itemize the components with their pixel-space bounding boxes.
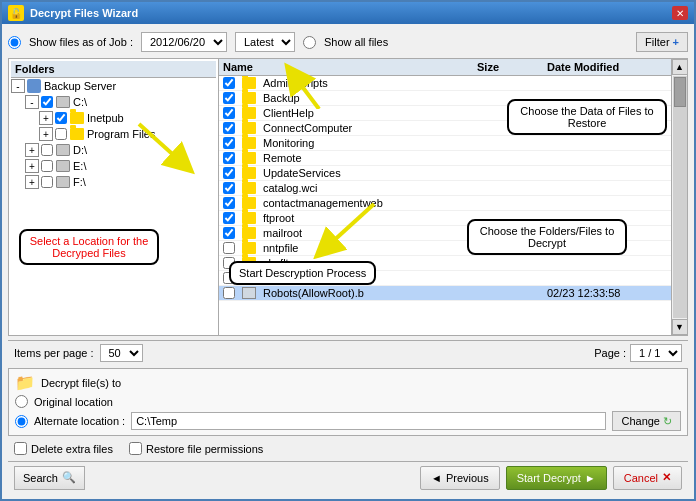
file-row-mailroot[interactable]: mailroot bbox=[219, 226, 671, 241]
cancel-button[interactable]: Cancel ✕ bbox=[613, 466, 682, 490]
checkbox-inetpub[interactable] bbox=[55, 112, 67, 124]
show-all-radio[interactable] bbox=[303, 36, 316, 49]
file-row-connectcomputer[interactable]: ConnectComputer bbox=[219, 121, 671, 136]
cb-wwwroot[interactable] bbox=[223, 272, 235, 284]
scroll-down-button[interactable]: ▼ bbox=[672, 319, 688, 335]
cb-updateservices[interactable] bbox=[223, 167, 235, 179]
cb-monitoring[interactable] bbox=[223, 137, 235, 149]
cb-backup[interactable] bbox=[223, 92, 235, 104]
file-row-wwwroot[interactable]: wwwroot bbox=[219, 271, 671, 286]
alternate-location-radio[interactable] bbox=[15, 415, 28, 428]
filter-label: Filter bbox=[645, 36, 669, 48]
scroll-up-button[interactable]: ▲ bbox=[672, 59, 688, 75]
folder-icon-clienthelp bbox=[242, 107, 256, 119]
checkbox-d[interactable] bbox=[41, 144, 53, 156]
folder-icon-inetpub bbox=[70, 112, 84, 124]
cb-adminscripts[interactable] bbox=[223, 77, 235, 89]
file-row-adminscripts[interactable]: AdminScripts bbox=[219, 76, 671, 91]
start-decrypt-button[interactable]: Start Decrypt ► bbox=[506, 466, 607, 490]
close-button[interactable]: ✕ bbox=[672, 6, 688, 20]
items-per-page-select[interactable]: 50 bbox=[100, 344, 143, 362]
delete-extra-checkbox[interactable] bbox=[14, 442, 27, 455]
expand-programfiles[interactable]: + bbox=[39, 127, 53, 141]
cb-contactmanagement[interactable] bbox=[223, 197, 235, 209]
filename-wwwroot: wwwroot bbox=[263, 272, 306, 284]
folder-icon-programfiles bbox=[70, 128, 84, 140]
tree-item-f[interactable]: + F:\ bbox=[11, 174, 216, 190]
cb-connectcomputer[interactable] bbox=[223, 122, 235, 134]
expand-d[interactable]: + bbox=[25, 143, 39, 157]
restore-perms-checkbox[interactable] bbox=[129, 442, 142, 455]
change-button[interactable]: Change ↻ bbox=[612, 411, 681, 431]
file-row-backup[interactable]: Backup bbox=[219, 91, 671, 106]
checkbox-c[interactable] bbox=[41, 96, 53, 108]
vertical-scrollbar[interactable]: ▲ ▼ bbox=[671, 59, 687, 335]
alternate-location-input[interactable] bbox=[131, 412, 606, 430]
bottom-bar: Search 🔍 ◄ Previous Start Decrypt ► Canc… bbox=[8, 461, 688, 493]
filename-monitoring: Monitoring bbox=[263, 137, 314, 149]
expand-inetpub[interactable]: + bbox=[39, 111, 53, 125]
tree-label-programfiles: Program Files bbox=[87, 128, 155, 140]
search-button[interactable]: Search 🔍 bbox=[14, 466, 85, 490]
version-select[interactable]: Latest bbox=[235, 32, 295, 52]
tree-item-inetpub[interactable]: + Inetpub bbox=[11, 110, 216, 126]
tree-label-inetpub: Inetpub bbox=[87, 112, 124, 124]
file-row-catalogwci[interactable]: catalog.wci bbox=[219, 181, 671, 196]
previous-button[interactable]: ◄ Previous bbox=[420, 466, 500, 490]
folder-icon-remote bbox=[242, 152, 256, 164]
scroll-thumb[interactable] bbox=[674, 77, 686, 107]
options-row: Delete extra files Restore file permissi… bbox=[8, 440, 688, 457]
file-row-contactmanagement[interactable]: contactmanagementweb bbox=[219, 196, 671, 211]
original-location-radio[interactable] bbox=[15, 395, 28, 408]
pagination-bar: Items per page : 50 Page : 1 / 1 bbox=[8, 340, 688, 364]
tree-label-e: E:\ bbox=[73, 160, 86, 172]
page-select[interactable]: 1 / 1 bbox=[630, 344, 682, 362]
file-row-sbsflt[interactable]: sbsflt bbox=[219, 256, 671, 271]
cb-robots[interactable] bbox=[223, 287, 235, 299]
cb-catalogwci[interactable] bbox=[223, 182, 235, 194]
expand-c[interactable]: - bbox=[25, 95, 39, 109]
filter-plus: + bbox=[673, 36, 679, 48]
file-row-ftproot[interactable]: ftproot bbox=[219, 211, 671, 226]
checkbox-f[interactable] bbox=[41, 176, 53, 188]
file-row-robots[interactable]: Robots(AllowRoot).b 02/23 12:33:58 bbox=[219, 286, 671, 301]
original-location-row: Original location bbox=[15, 395, 681, 408]
drive-icon-f bbox=[56, 176, 70, 188]
file-panel: Name Size Date Modified AdminScripts bbox=[219, 59, 671, 335]
decrypt-label-row: 📁 Decrypt file(s) to bbox=[15, 373, 681, 392]
folder-icon-contactmanagement bbox=[242, 197, 256, 209]
checkbox-programfiles[interactable] bbox=[55, 128, 67, 140]
cb-clienthelp[interactable] bbox=[223, 107, 235, 119]
filename-ftproot: ftproot bbox=[263, 212, 294, 224]
alternate-location-row: Alternate location : Change ↻ bbox=[15, 411, 681, 431]
cb-remote[interactable] bbox=[223, 152, 235, 164]
folder-icon-adminscripts bbox=[242, 77, 256, 89]
file-row-clienthelp[interactable]: ClientHelp bbox=[219, 106, 671, 121]
file-row-remote[interactable]: Remote bbox=[219, 151, 671, 166]
file-row-monitoring[interactable]: Monitoring bbox=[219, 136, 671, 151]
filename-remote: Remote bbox=[263, 152, 302, 164]
file-icon-robots bbox=[242, 287, 256, 299]
file-row-updateservices[interactable]: UpdateServices bbox=[219, 166, 671, 181]
expand-f[interactable]: + bbox=[25, 175, 39, 189]
checkbox-e[interactable] bbox=[41, 160, 53, 172]
cb-nntpfile[interactable] bbox=[223, 242, 235, 254]
tree-item-backup-server[interactable]: - Backup Server bbox=[11, 78, 216, 94]
cb-ftproot[interactable] bbox=[223, 212, 235, 224]
show-files-radio[interactable] bbox=[8, 36, 21, 49]
tree-item-d[interactable]: + D:\ bbox=[11, 142, 216, 158]
date-select[interactable]: 2012/06/20 bbox=[141, 32, 227, 52]
filename-catalogwci: catalog.wci bbox=[263, 182, 317, 194]
cb-mailroot[interactable] bbox=[223, 227, 235, 239]
cb-sbsflt[interactable] bbox=[223, 257, 235, 269]
content-area: Show files as of Job : 2012/06/20 Latest… bbox=[2, 24, 694, 499]
expand-e[interactable]: + bbox=[25, 159, 39, 173]
expand-backup-server[interactable]: - bbox=[11, 79, 25, 93]
file-row-nntpfile[interactable]: nntpfile bbox=[219, 241, 671, 256]
tree-item-c[interactable]: - C:\ bbox=[11, 94, 216, 110]
filename-nntpfile: nntpfile bbox=[263, 242, 298, 254]
decrypt-icon: 📁 bbox=[15, 373, 35, 392]
filter-button[interactable]: Filter + bbox=[636, 32, 688, 52]
tree-item-e[interactable]: + E:\ bbox=[11, 158, 216, 174]
tree-item-programfiles[interactable]: + Program Files bbox=[11, 126, 216, 142]
